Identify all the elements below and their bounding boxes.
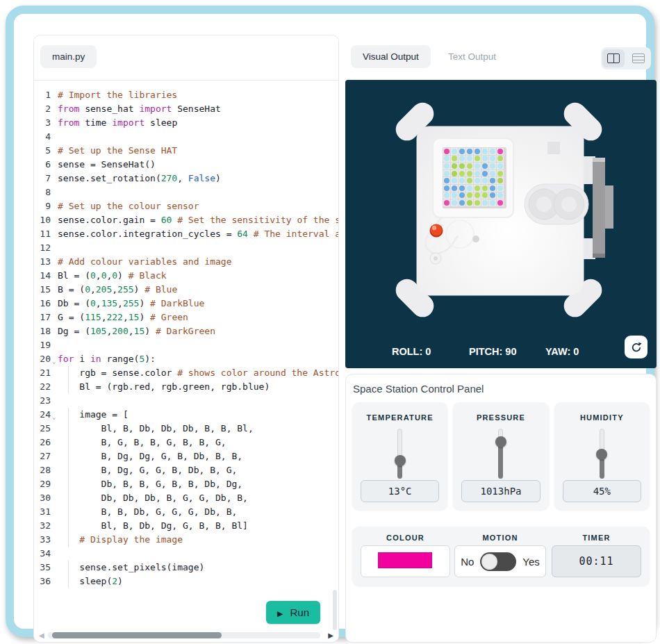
motion-control: No Yes: [454, 545, 546, 577]
led-dot: [497, 171, 503, 176]
led-dot: [497, 185, 503, 191]
tab-main-py[interactable]: main.py: [40, 45, 97, 68]
code-text: from sense_hat import SenseHat: [58, 102, 338, 116]
led-dot: [459, 200, 465, 206]
led-cell: [466, 199, 473, 206]
slider-thumb[interactable]: [495, 436, 506, 447]
code-line[interactable]: 33 # Display the image: [34, 533, 338, 547]
code-text: # Import the libraries: [58, 88, 338, 102]
code-line[interactable]: 1# Import the libraries: [34, 88, 338, 102]
code-line[interactable]: 14Bl = (0,0,0) # Black: [34, 269, 338, 283]
code-line[interactable]: 26 B, G, B, B, G, B, B, G,: [34, 436, 338, 449]
led-cell: [443, 199, 450, 206]
columns-layout-icon: [607, 53, 620, 63]
led-dot: [452, 149, 457, 154]
motion-toggle-knob[interactable]: [481, 554, 497, 570]
line-number: 27: [34, 449, 51, 463]
code-text: rgb = sense.color # shows color around t…: [58, 366, 338, 380]
sensor-cards-row: TEMPERATURE13°CPRESSURE1013hPaHUMIDITY45…: [352, 402, 650, 510]
code-line[interactable]: 23: [34, 394, 338, 408]
sensor-card-humidity: HUMIDITY45%: [554, 402, 650, 510]
led-dot: [482, 171, 488, 176]
code-line[interactable]: 4: [34, 130, 338, 144]
split-rows-button[interactable]: [627, 49, 650, 67]
code-text: # Add colour variables and image: [58, 255, 338, 269]
led-cell: [481, 192, 488, 199]
led-dot: [444, 149, 449, 154]
code-line[interactable]: 24⌄ image = [: [34, 408, 338, 422]
sensor-slider[interactable]: [498, 429, 503, 479]
code-line[interactable]: 20⌄for i in range(5):: [34, 352, 338, 366]
colour-picker[interactable]: [361, 545, 450, 577]
line-number: 30: [34, 491, 51, 505]
code-line[interactable]: 22 Bl = (rgb.red, rgb.green, rgb.blue): [34, 380, 338, 394]
vertical-scrollbar-thumb[interactable]: [333, 590, 337, 630]
slider-thumb[interactable]: [596, 449, 607, 460]
joystick-led[interactable]: [430, 224, 443, 238]
code-line[interactable]: 6sense = SenseHat(): [34, 158, 338, 172]
led-cell: [466, 148, 473, 155]
code-line[interactable]: 36 sleep(2): [34, 575, 338, 588]
code-editor[interactable]: 1# Import the libraries2from sense_hat i…: [34, 81, 338, 629]
code-line[interactable]: 28 B, Dg, G, G, B, Db, B, G,: [34, 463, 338, 477]
led-cell: [497, 156, 504, 163]
led-cell: [489, 192, 496, 199]
code-line[interactable]: 13# Add colour variables and image: [34, 255, 338, 269]
horizontal-scrollbar-thumb[interactable]: [52, 632, 222, 638]
code-line[interactable]: 17G = (115,222,15) # Green: [34, 311, 338, 324]
line-number: 22: [34, 380, 51, 394]
code-line[interactable]: 11sense.color.integration_cycles = 64 # …: [34, 227, 338, 241]
led-cell: [474, 177, 481, 184]
tab-visual-output[interactable]: Visual Output: [351, 45, 431, 68]
sensor-slider[interactable]: [397, 429, 402, 479]
code-line[interactable]: 19: [34, 338, 338, 352]
code-line[interactable]: 35 sense.set_pixels(image): [34, 561, 338, 575]
code-line[interactable]: 27 B, Dg, Dg, G, B, Db, B, B,: [34, 449, 338, 463]
led-dot: [490, 149, 495, 154]
motion-toggle[interactable]: [480, 552, 516, 571]
refresh-button[interactable]: [625, 336, 647, 358]
tab-text-output[interactable]: Text Output: [436, 45, 508, 68]
code-line[interactable]: 30 Db, Db, Db, B, G, G, Db, B,: [34, 491, 338, 505]
code-line[interactable]: 16Db = (0,135,255) # DarkBlue: [34, 297, 338, 311]
code-line[interactable]: 18Dg = (105,200,15) # DarkGreen: [34, 324, 338, 338]
run-button[interactable]: ▶Run: [266, 601, 320, 624]
code-line[interactable]: 25 Bl, B, Db, Db, Db, B, B, Bl,: [34, 422, 338, 436]
rows-layout-icon: [632, 53, 645, 63]
code-line[interactable]: 9# Set up the colour sensor: [34, 199, 338, 213]
led-cell: [459, 199, 465, 206]
push-buttons[interactable]: [525, 184, 588, 224]
line-number: 34: [34, 547, 51, 561]
code-line[interactable]: 8: [34, 185, 338, 199]
code-line[interactable]: 32 Bl, B, Db, Dg, G, B, B, Bl]: [34, 519, 338, 533]
led-dot: [459, 163, 465, 169]
led-cell: [451, 192, 458, 199]
timer-display: 00:11: [552, 545, 641, 577]
code-line[interactable]: 34: [34, 547, 338, 561]
code-line[interactable]: 7sense.set_rotation(270, False): [34, 172, 338, 185]
code-line[interactable]: 29 Db, B, B, G, B, B, Db, Dg,: [34, 477, 338, 491]
sensor-slider[interactable]: [600, 429, 604, 479]
code-line[interactable]: 5# Set up the Sense HAT: [34, 144, 338, 158]
code-line[interactable]: 2from sense_hat import SenseHat: [34, 102, 338, 116]
slider-fill: [498, 442, 503, 479]
colour-swatch[interactable]: [378, 552, 432, 568]
code-line[interactable]: 3from time import sleep: [34, 116, 338, 130]
led-cell: [451, 177, 458, 184]
code-line[interactable]: 10sense.color.gain = 60 # Set the sensit…: [34, 213, 338, 227]
code-line[interactable]: 15B = (0,205,255) # Blue: [34, 283, 338, 297]
motion-label: MOTION: [454, 534, 546, 542]
code-text: image = [: [58, 408, 338, 422]
led-cell: [443, 192, 450, 199]
horizontal-scrollbar[interactable]: [48, 632, 320, 638]
led-cell: [466, 156, 473, 163]
code-line[interactable]: 31 B, B, Db, G, G, G, Db, B,: [34, 505, 338, 519]
scroll-right-icon[interactable]: ▶: [328, 631, 333, 640]
code-line[interactable]: 21 rgb = sense.color # shows color aroun…: [34, 366, 338, 380]
code-line[interactable]: 12: [34, 241, 338, 255]
split-columns-button[interactable]: [602, 49, 625, 67]
led-cell: [474, 185, 481, 192]
led-cell: [443, 185, 450, 192]
slider-thumb[interactable]: [395, 455, 406, 466]
scroll-left-icon[interactable]: ◀: [39, 631, 44, 640]
